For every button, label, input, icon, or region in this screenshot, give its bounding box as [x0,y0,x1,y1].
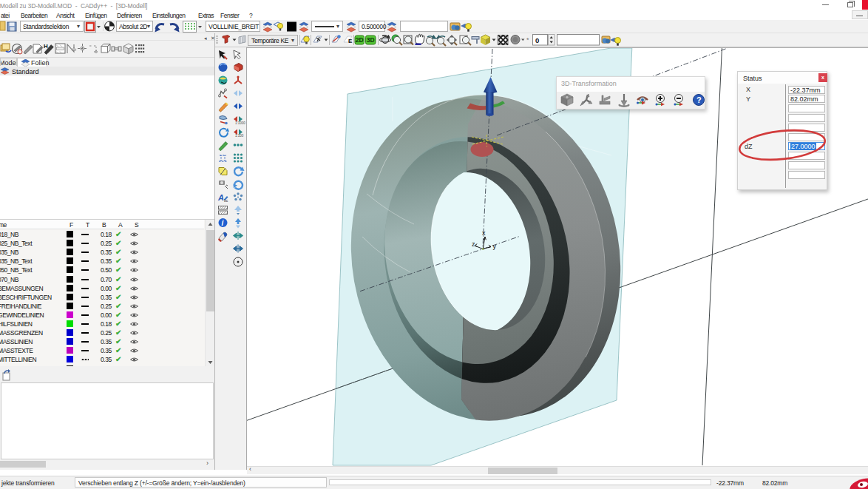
svg-text:bc: bc [224,198,228,203]
svg-text:A: A [217,193,224,202]
svg-text:1:1000: 1:1000 [235,121,245,125]
svg-text:*: * [526,36,529,44]
svg-text:0: 0 [535,36,539,44]
svg-text:i: i [222,219,224,227]
svg-text:H: H [44,43,48,50]
svg-text:2D: 2D [356,36,364,44]
svg-text:x: x [482,229,486,237]
svg-text:?: ? [696,95,702,104]
svg-text:E: E [348,38,353,44]
svg-text:z: z [472,240,475,248]
svg-text:3D: 3D [367,36,375,44]
svg-text:y: y [493,243,497,250]
svg-text:1:100: 1:100 [235,134,244,138]
